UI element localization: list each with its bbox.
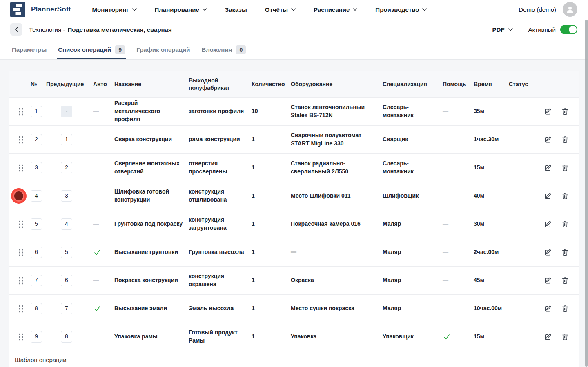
- nav-menu-item[interactable]: Мониторинг: [92, 6, 137, 13]
- edit-icon[interactable]: [544, 192, 552, 200]
- tab[interactable]: Параметры: [11, 40, 47, 59]
- table-row: 2 1 — Сварка конструкции рама конструкци…: [9, 125, 579, 153]
- no-value-dash: —: [443, 305, 448, 311]
- equipment-cell: Упаковка: [291, 333, 383, 341]
- nav-menu-item-label: Планирование: [155, 6, 199, 13]
- previous-cell: 3: [46, 190, 92, 202]
- edit-icon[interactable]: [544, 164, 552, 172]
- drag-handle-icon[interactable]: [18, 249, 24, 256]
- row-actions: [544, 220, 579, 228]
- delete-icon[interactable]: [561, 333, 569, 341]
- check-icon: [93, 248, 101, 256]
- no-value-dash: —: [93, 136, 99, 142]
- equipment-cell: —: [291, 248, 383, 256]
- nav-menu-item[interactable]: Планирование: [155, 6, 207, 13]
- tab[interactable]: Вложения 0: [200, 40, 247, 59]
- nav-menu-item[interactable]: Расписание: [314, 6, 357, 13]
- equipment-cell: Место шлифовки 011: [291, 192, 383, 200]
- nav-menu-item[interactable]: Заказы: [225, 6, 247, 13]
- tab-label: Список операций: [58, 46, 111, 53]
- equipment-cell: Станок ленточнопильный Stalex BS-712N: [291, 103, 383, 120]
- drag-handle-icon[interactable]: [18, 108, 24, 116]
- quantity-cell: 1: [252, 276, 291, 285]
- operation-name-cell: Покраска конструкции: [114, 276, 189, 285]
- previous-cell: 1: [46, 134, 92, 145]
- user-avatar[interactable]: [563, 2, 577, 17]
- drag-handle-icon[interactable]: [18, 305, 24, 313]
- order-number-box: 2: [31, 134, 42, 145]
- back-button[interactable]: [10, 23, 22, 36]
- help-cell: [439, 333, 474, 341]
- time-cell: 30м: [474, 220, 509, 228]
- drag-handle-icon[interactable]: [18, 136, 24, 144]
- output-product-cell: конструкция отшливована: [189, 188, 252, 204]
- edit-icon[interactable]: [544, 248, 552, 256]
- vertical-scrollbar[interactable]: [585, 20, 588, 367]
- delete-icon[interactable]: [561, 276, 569, 285]
- drag-cell: [9, 220, 31, 228]
- chevron-down-icon: [508, 28, 513, 31]
- table-header-row: №ПредыдущиеАвтоНазваниеВыходной полуфабр…: [9, 71, 579, 97]
- edit-icon[interactable]: [544, 305, 552, 313]
- column-header: Статус: [509, 80, 544, 88]
- active-toggle-switch[interactable]: [560, 25, 577, 34]
- quantity-cell: 1: [252, 248, 291, 256]
- pdf-dropdown[interactable]: PDF: [492, 26, 513, 33]
- delete-icon[interactable]: [561, 164, 569, 172]
- delete-icon[interactable]: [561, 192, 569, 200]
- column-header: Помощь: [439, 80, 474, 88]
- tab[interactable]: График операций: [136, 40, 191, 59]
- row-actions: [544, 164, 579, 172]
- output-product-cell: Готовый продукт Рамы: [189, 329, 252, 345]
- specialization-cell: Маляр: [383, 248, 439, 256]
- previous-number-box: 3: [61, 190, 72, 202]
- drag-handle-icon[interactable]: [18, 220, 24, 228]
- no-value-dash: —: [93, 333, 99, 340]
- help-cell: —: [439, 136, 474, 144]
- brand[interactable]: PlannerSoft: [10, 2, 71, 17]
- table-row: 1 - — Раскрой металлического профиля заг…: [9, 97, 579, 125]
- delete-icon[interactable]: [561, 136, 569, 144]
- nav-menu-item-label: Расписание: [314, 6, 350, 13]
- row-actions: [544, 276, 579, 285]
- auto-cell: —: [92, 192, 114, 200]
- delete-icon[interactable]: [561, 248, 569, 256]
- drag-handle-icon[interactable]: [18, 277, 24, 285]
- drag-handle-icon[interactable]: [18, 333, 24, 341]
- plannersoft-logo-icon: [10, 2, 25, 17]
- order-number-cell: 2: [31, 134, 46, 145]
- delete-icon[interactable]: [561, 305, 569, 313]
- column-header: Специализация: [383, 80, 439, 88]
- nav-menu-item-label: Производство: [375, 6, 419, 13]
- nav-menu-item[interactable]: Производство: [375, 6, 427, 13]
- delete-icon[interactable]: [561, 220, 569, 228]
- edit-icon[interactable]: [544, 276, 552, 285]
- table-row: 6 5 Высыхание грунтовки Грунтовка высохл…: [9, 238, 579, 266]
- edit-icon[interactable]: [544, 333, 552, 341]
- delete-icon[interactable]: [561, 107, 569, 116]
- chevron-down-icon: [132, 8, 137, 11]
- tab[interactable]: Список операций 9: [57, 40, 126, 59]
- row-actions: [544, 192, 579, 200]
- chevron-down-icon: [203, 8, 207, 11]
- specialization-cell: Маляр: [383, 305, 439, 313]
- no-value-dash: —: [93, 192, 99, 199]
- row-actions: [544, 305, 579, 313]
- order-number-box: 8: [31, 303, 42, 314]
- operation-name-cell: Сверление монтажных отверстий: [114, 160, 189, 176]
- auto-cell: —: [92, 107, 114, 116]
- auto-cell: —: [92, 164, 114, 172]
- previous-cell: 2: [46, 162, 92, 173]
- edit-icon[interactable]: [544, 107, 552, 116]
- quantity-cell: 1: [252, 192, 291, 200]
- operation-name-cell: Высыхание эмали: [114, 305, 189, 313]
- table-row: 4 3 — Шлифовка готовой конструкции конст…: [9, 182, 579, 210]
- order-number-cell: 9: [31, 331, 46, 343]
- order-number-box: 9: [31, 331, 42, 343]
- auto-cell: —: [92, 333, 114, 341]
- time-cell: 15м: [474, 333, 509, 341]
- nav-menu-item[interactable]: Отчёты: [265, 6, 296, 13]
- edit-icon[interactable]: [544, 220, 552, 228]
- edit-icon[interactable]: [544, 136, 552, 144]
- drag-handle-icon[interactable]: [18, 164, 24, 172]
